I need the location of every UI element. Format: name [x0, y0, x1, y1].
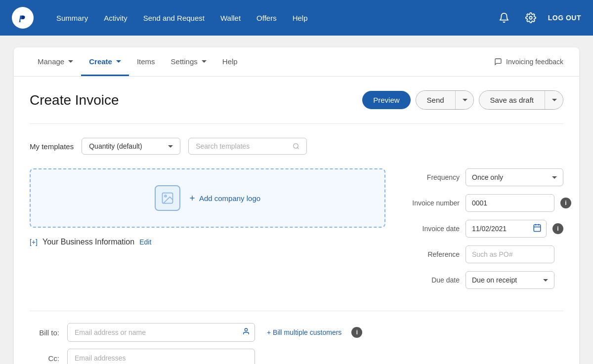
- frequency-row: Frequency Once only: [405, 168, 563, 186]
- invoice-number-label: Invoice number: [405, 199, 460, 207]
- header-actions: Preview Send Save as draft: [362, 90, 563, 110]
- tab-manage[interactable]: Manage: [30, 47, 81, 76]
- nav-wallet[interactable]: Wallet: [213, 10, 248, 26]
- frequency-chevron-icon: [552, 176, 557, 179]
- bill-to-info-button[interactable]: i: [351, 327, 362, 338]
- content-area: Create Invoice Preview Send Save as draf…: [14, 77, 579, 364]
- bill-section: Bill to: + Bill multiple customers i: [30, 311, 563, 364]
- expand-business-info-button[interactable]: [+]: [30, 238, 38, 246]
- nav-links: Summary Activity Send and Request Wallet…: [49, 10, 495, 26]
- draft-chevron-icon: [552, 99, 557, 101]
- navbar: Summary Activity Send and Request Wallet…: [0, 0, 593, 36]
- templates-row: My templates Quantity (default): [30, 138, 563, 155]
- invoicing-feedback-link[interactable]: Invoicing feedback: [494, 58, 563, 66]
- logout-button[interactable]: LOG OUT: [548, 14, 581, 22]
- reference-row: Reference: [405, 245, 563, 263]
- frequency-label: Frequency: [405, 173, 460, 181]
- due-date-label: Due date: [405, 276, 460, 284]
- search-icon: [293, 142, 299, 150]
- bill-to-input[interactable]: [67, 323, 255, 342]
- tabs-bar: Manage Create Items Settings Help: [14, 47, 579, 77]
- svg-point-0: [529, 16, 532, 19]
- svg-point-1: [294, 144, 298, 149]
- template-dropdown-chevron-icon: [168, 145, 173, 148]
- due-date-row: Due date Due on receipt: [405, 271, 563, 289]
- invoice-number-input[interactable]: [466, 194, 554, 212]
- tab-create[interactable]: Create: [81, 47, 129, 76]
- template-select[interactable]: Quantity (default): [82, 138, 180, 155]
- svg-line-2: [297, 148, 299, 149]
- create-chevron-icon: [116, 60, 121, 63]
- plus-icon: [188, 194, 196, 202]
- due-date-chevron-icon: [543, 279, 548, 282]
- main-wrapper: Manage Create Items Settings Help: [0, 36, 593, 364]
- save-draft-button[interactable]: Save as draft: [479, 91, 545, 109]
- invoice-body: Add company logo [+] Your Business Infor…: [30, 168, 563, 297]
- tab-settings[interactable]: Settings: [163, 47, 214, 76]
- reference-input[interactable]: [466, 245, 554, 263]
- invoice-card: Manage Create Items Settings Help: [14, 47, 579, 364]
- nav-offers[interactable]: Offers: [250, 10, 284, 26]
- bill-to-label: Bill to:: [30, 328, 59, 337]
- preview-button[interactable]: Preview: [362, 91, 410, 109]
- nav-summary[interactable]: Summary: [49, 10, 95, 26]
- invoice-number-row: Invoice number i: [405, 194, 563, 212]
- business-info-label: Your Business Information: [42, 238, 134, 246]
- invoice-date-info-button[interactable]: i: [552, 223, 563, 234]
- notification-bell-button[interactable]: [495, 8, 513, 27]
- settings-chevron-icon: [202, 60, 207, 63]
- send-chevron-icon: [463, 99, 467, 101]
- calendar-icon[interactable]: [533, 223, 542, 234]
- frequency-dropdown[interactable]: Once only: [466, 168, 563, 186]
- reference-label: Reference: [405, 250, 460, 258]
- send-dropdown-button[interactable]: [456, 91, 473, 109]
- right-column: Frequency Once only Invoice number i: [405, 168, 563, 297]
- left-column: Add company logo [+] Your Business Infor…: [30, 168, 385, 297]
- svg-point-4: [165, 195, 167, 197]
- nav-help[interactable]: Help: [286, 10, 315, 26]
- svg-rect-7: [534, 225, 541, 232]
- save-draft-button-group: Save as draft: [479, 90, 563, 110]
- invoice-date-label: Invoice date: [405, 225, 460, 233]
- template-search-input[interactable]: [196, 142, 289, 150]
- logo-placeholder-icon: [155, 185, 180, 211]
- settings-gear-button[interactable]: [521, 8, 540, 27]
- cc-input[interactable]: [67, 349, 255, 364]
- logo-upload-area[interactable]: Add company logo: [30, 168, 385, 228]
- bill-to-input-wrap: [67, 323, 255, 342]
- templates-label: My templates: [30, 142, 74, 151]
- cc-label: Cc:: [30, 354, 59, 363]
- person-icon: [242, 327, 250, 337]
- paypal-logo: [12, 7, 34, 29]
- tab-help[interactable]: Help: [214, 47, 246, 76]
- template-search-box[interactable]: [188, 138, 307, 155]
- edit-business-info-link[interactable]: Edit: [139, 238, 151, 246]
- send-button[interactable]: Send: [416, 91, 456, 109]
- nav-right: LOG OUT: [495, 8, 581, 27]
- send-button-group: Send: [416, 90, 474, 110]
- cc-row: Cc:: [30, 349, 563, 364]
- bill-to-row: Bill to: + Bill multiple customers i: [30, 323, 563, 342]
- business-info-row: [+] Your Business Information Edit: [30, 238, 385, 246]
- manage-chevron-icon: [68, 60, 73, 63]
- invoice-number-info-button[interactable]: i: [560, 198, 571, 208]
- invoice-date-row: Invoice date: [405, 220, 563, 238]
- nav-activity[interactable]: Activity: [97, 10, 134, 26]
- header-divider: [30, 123, 563, 124]
- due-date-dropdown[interactable]: Due on receipt: [466, 271, 554, 289]
- page-header: Create Invoice Preview Send Save as draf…: [30, 90, 563, 110]
- bill-multiple-link[interactable]: + Bill multiple customers: [267, 328, 341, 336]
- nav-send-request[interactable]: Send and Request: [136, 10, 212, 26]
- save-draft-dropdown-button[interactable]: [545, 91, 563, 109]
- add-logo-label: Add company logo: [188, 194, 260, 202]
- tab-items[interactable]: Items: [129, 47, 163, 76]
- page-title: Create Invoice: [30, 92, 362, 108]
- svg-point-11: [245, 328, 247, 331]
